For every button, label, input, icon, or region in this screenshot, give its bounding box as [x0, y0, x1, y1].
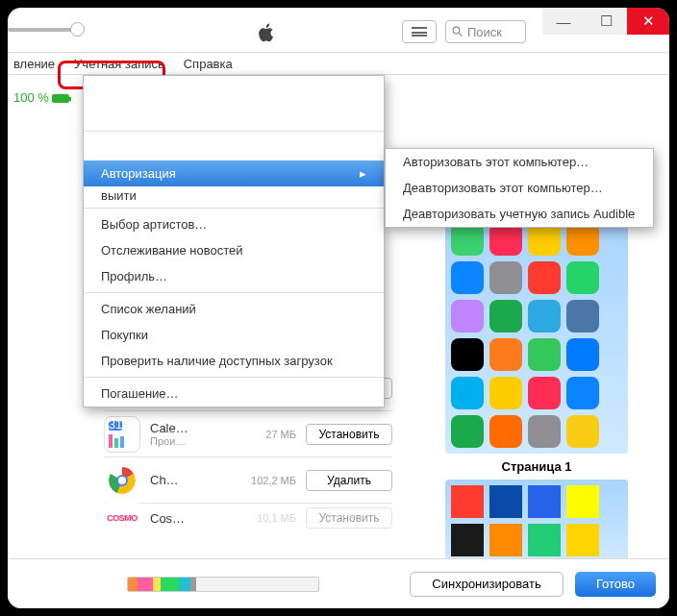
phone-app-icon[interactable]	[528, 377, 561, 409]
account-dropdown: Авторизация выити Выбор артистов… Отслеж…	[83, 75, 385, 407]
phone-app-icon[interactable]	[451, 223, 484, 256]
phone-app-icon[interactable]	[566, 524, 599, 556]
phone-app-icon[interactable]	[528, 261, 561, 294]
sm-deauthorize-computer[interactable]: Деавторизовать этот компьютер…	[386, 175, 653, 201]
install-button[interactable]: Установить	[306, 507, 392, 529]
dd-purchases[interactable]: Покупки	[84, 322, 384, 348]
dd-user-line2	[84, 102, 384, 128]
volume-knob[interactable]	[70, 22, 85, 37]
dd-artists[interactable]: Выбор артистов…	[84, 211, 384, 237]
app-icon: COSMO	[104, 500, 140, 536]
phone-app-icon[interactable]	[566, 485, 599, 518]
phone-app-icon[interactable]	[489, 223, 522, 256]
app-name: Ch…	[150, 473, 251, 487]
battery-icon	[52, 94, 69, 103]
sync-button[interactable]: Синхронизировать	[410, 572, 564, 597]
phone-app-icon[interactable]	[489, 261, 522, 294]
apple-logo-icon	[258, 22, 277, 43]
app-row: Ch… 102,2 МБ Удалить	[104, 457, 392, 504]
phone-app-icon[interactable]	[528, 485, 561, 518]
svg-text:31: 31	[109, 417, 122, 431]
phone-app-icon[interactable]	[566, 377, 599, 409]
phone-app-icon[interactable]	[489, 300, 522, 333]
install-button[interactable]: Установить	[306, 424, 392, 445]
dd-exit[interactable]: выити	[84, 186, 384, 205]
phone-app-icon[interactable]	[528, 415, 561, 448]
svg-rect-7	[120, 436, 124, 448]
delete-button[interactable]: Удалить	[306, 470, 392, 491]
dd-profile[interactable]: Профиль…	[84, 263, 384, 289]
phone-app-icon[interactable]	[451, 377, 484, 409]
app-size: 27 МБ	[265, 429, 296, 440]
dd-authorization[interactable]: Авторизация	[84, 160, 384, 186]
app-size: 10,1 МБ	[257, 512, 296, 524]
app-row: 31 Cale…Прои… 27 МБ Установить	[104, 411, 392, 457]
phone-app-grid-2[interactable]	[445, 480, 628, 562]
phone-app-icon[interactable]	[528, 524, 561, 556]
sm-authorize-computer[interactable]: Авторизовать этот компьютер…	[386, 149, 653, 175]
window-maximize-button[interactable]: ☐	[585, 8, 627, 35]
phone-app-icon[interactable]	[451, 261, 484, 294]
toolbar: Поиск	[8, 12, 535, 48]
phone-app-icon[interactable]	[451, 485, 484, 518]
window-close-button[interactable]: ✕	[627, 8, 669, 35]
storage-segment	[179, 578, 190, 591]
battery-indicator: 100 %	[13, 90, 69, 105]
phone-app-grid[interactable]	[445, 217, 628, 454]
bottom-bar: Синхронизировать Готово	[8, 558, 669, 608]
window-minimize-button[interactable]: —	[542, 8, 585, 35]
page-label: Страница 1	[445, 454, 628, 480]
phone-app-icon[interactable]	[528, 300, 561, 333]
phone-app-icon[interactable]	[451, 524, 484, 556]
storage-segment	[161, 578, 180, 591]
home-screen-preview: Страница 1	[445, 217, 628, 562]
dd-wishlist[interactable]: Список желаний	[84, 296, 384, 322]
search-placeholder: Поиск	[467, 25, 502, 39]
phone-app-icon[interactable]	[528, 223, 561, 256]
app-sub: Прои…	[150, 435, 265, 447]
menu-account[interactable]: Учетная запись	[64, 54, 174, 74]
dd-disabled	[84, 135, 384, 160]
phone-app-icon[interactable]	[451, 415, 484, 448]
phone-app-icon[interactable]	[451, 300, 484, 333]
storage-segment	[138, 578, 153, 591]
search-input[interactable]: Поиск	[445, 20, 526, 43]
menu-file-trunc[interactable]: вление	[12, 54, 64, 74]
app-size: 102,2 МБ	[251, 475, 296, 486]
phone-app-icon[interactable]	[489, 377, 522, 409]
phone-app-icon[interactable]	[566, 338, 599, 371]
view-list-button[interactable]	[402, 20, 437, 43]
phone-app-icon[interactable]	[489, 415, 522, 448]
svg-rect-6	[114, 438, 118, 448]
dd-check-downloads[interactable]: Проверить наличие доступных загрузок	[84, 348, 384, 374]
dd-redeem[interactable]: Погашение…	[84, 381, 384, 407]
phone-app-icon[interactable]	[489, 485, 522, 518]
app-icon: 31	[104, 416, 140, 453]
phone-app-icon[interactable]	[528, 338, 561, 371]
search-icon	[452, 26, 464, 37]
phone-app-icon[interactable]	[566, 223, 599, 256]
svg-point-0	[453, 27, 460, 34]
phone-app-icon[interactable]	[489, 338, 522, 371]
storage-segment	[153, 578, 161, 591]
sm-deauthorize-audible[interactable]: Деавторизовать учетную запись Audible	[386, 201, 653, 227]
app-row: COSMO Cos… 10,1 МБ Установить	[104, 504, 392, 532]
phone-app-icon[interactable]	[566, 415, 599, 448]
volume-slider[interactable]	[8, 28, 80, 32]
app-icon	[104, 462, 140, 499]
svg-rect-5	[109, 434, 113, 448]
storage-segment	[196, 578, 318, 591]
menu-help[interactable]: Справка	[174, 54, 242, 74]
svg-line-1	[460, 34, 463, 37]
app-name: Cos…	[150, 511, 257, 526]
svg-point-10	[118, 477, 126, 484]
dd-news[interactable]: Отслеживание новостей	[84, 237, 384, 263]
phone-app-icon[interactable]	[566, 300, 599, 333]
phone-app-icon[interactable]	[489, 524, 522, 556]
menu-bar: вление Учетная запись Справка	[8, 52, 669, 75]
dd-user-line1	[84, 76, 384, 102]
phone-app-icon[interactable]	[451, 338, 484, 371]
storage-bar	[127, 577, 319, 592]
phone-app-icon[interactable]	[566, 261, 599, 294]
done-button[interactable]: Готово	[575, 572, 656, 597]
